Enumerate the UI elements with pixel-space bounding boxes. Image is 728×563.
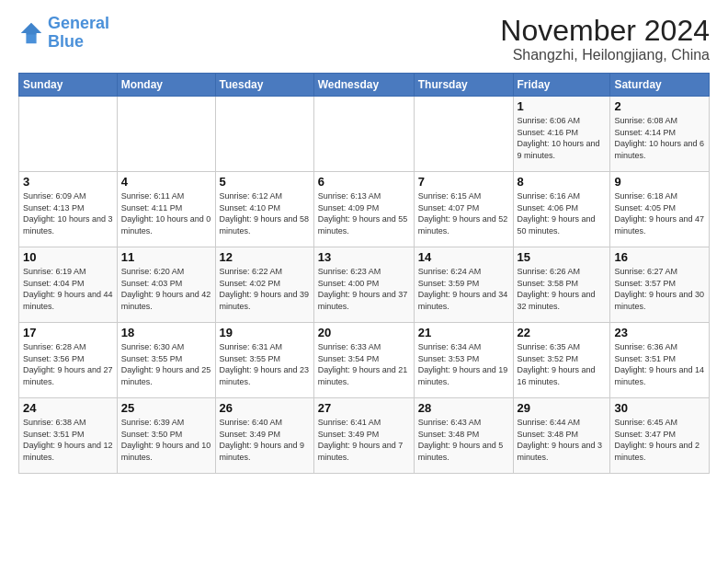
day-info: Sunrise: 6:45 AM Sunset: 3:47 PM Dayligh… — [614, 417, 705, 463]
calendar-cell-w1-d7: 2Sunrise: 6:08 AM Sunset: 4:14 PM Daylig… — [610, 97, 710, 172]
day-info: Sunrise: 6:15 AM Sunset: 4:07 PM Dayligh… — [418, 190, 509, 236]
location-title: Shangzhi, Heilongjiang, China — [500, 47, 710, 63]
day-info: Sunrise: 6:09 AM Sunset: 4:13 PM Dayligh… — [23, 190, 113, 236]
day-info: Sunrise: 6:08 AM Sunset: 4:14 PM Dayligh… — [614, 115, 705, 161]
calendar-cell-w4-d3: 19Sunrise: 6:31 AM Sunset: 3:55 PM Dayli… — [215, 323, 313, 398]
calendar-week-4: 17Sunrise: 6:28 AM Sunset: 3:56 PM Dayli… — [19, 323, 710, 398]
calendar-cell-w5-d1: 24Sunrise: 6:38 AM Sunset: 3:51 PM Dayli… — [19, 398, 118, 474]
day-number: 30 — [614, 401, 705, 415]
day-info: Sunrise: 6:43 AM Sunset: 3:48 PM Dayligh… — [418, 417, 509, 463]
calendar-cell-w5-d7: 30Sunrise: 6:45 AM Sunset: 3:47 PM Dayli… — [610, 398, 710, 474]
calendar-cell-w2-d4: 6Sunrise: 6:13 AM Sunset: 4:09 PM Daylig… — [313, 172, 414, 247]
day-info: Sunrise: 6:24 AM Sunset: 3:59 PM Dayligh… — [418, 266, 509, 312]
calendar-cell-w1-d6: 1Sunrise: 6:06 AM Sunset: 4:16 PM Daylig… — [513, 97, 610, 172]
logo-icon — [18, 20, 44, 46]
col-saturday: Saturday — [610, 74, 710, 97]
calendar-week-1: 1Sunrise: 6:06 AM Sunset: 4:16 PM Daylig… — [19, 97, 710, 172]
calendar-cell-w4-d4: 20Sunrise: 6:33 AM Sunset: 3:54 PM Dayli… — [313, 323, 414, 398]
day-info: Sunrise: 6:11 AM Sunset: 4:11 PM Dayligh… — [121, 190, 211, 236]
day-info: Sunrise: 6:06 AM Sunset: 4:16 PM Dayligh… — [518, 115, 607, 161]
calendar-cell-w3-d1: 10Sunrise: 6:19 AM Sunset: 4:04 PM Dayli… — [19, 247, 118, 323]
day-number: 10 — [23, 250, 113, 264]
col-tuesday: Tuesday — [215, 74, 313, 97]
calendar-cell-w1-d1 — [19, 97, 118, 172]
calendar-cell-w1-d4 — [313, 97, 414, 172]
day-number: 21 — [418, 326, 509, 339]
calendar-cell-w3-d7: 16Sunrise: 6:27 AM Sunset: 3:57 PM Dayli… — [610, 247, 710, 323]
day-number: 23 — [614, 326, 705, 339]
day-number: 24 — [23, 401, 113, 415]
day-number: 14 — [418, 250, 509, 264]
calendar-week-2: 3Sunrise: 6:09 AM Sunset: 4:13 PM Daylig… — [19, 172, 710, 247]
month-title: November 2024 — [500, 15, 710, 47]
day-number: 12 — [220, 250, 310, 264]
day-info: Sunrise: 6:26 AM Sunset: 3:58 PM Dayligh… — [518, 266, 607, 312]
day-info: Sunrise: 6:18 AM Sunset: 4:05 PM Dayligh… — [614, 190, 705, 236]
day-number: 28 — [418, 401, 509, 415]
calendar-cell-w2-d6: 8Sunrise: 6:16 AM Sunset: 4:06 PM Daylig… — [513, 172, 610, 247]
day-info: Sunrise: 6:33 AM Sunset: 3:54 PM Dayligh… — [318, 341, 410, 387]
day-number: 11 — [121, 250, 211, 264]
day-info: Sunrise: 6:44 AM Sunset: 3:48 PM Dayligh… — [518, 417, 607, 463]
calendar-cell-w1-d3 — [215, 97, 313, 172]
day-info: Sunrise: 6:19 AM Sunset: 4:04 PM Dayligh… — [23, 266, 113, 312]
title-block: November 2024 Shangzhi, Heilongjiang, Ch… — [500, 15, 710, 63]
logo-text: General Blue — [48, 15, 109, 52]
calendar-cell-w3-d2: 11Sunrise: 6:20 AM Sunset: 4:03 PM Dayli… — [117, 247, 215, 323]
day-number: 26 — [220, 401, 310, 415]
page-header: General Blue November 2024 Shangzhi, Hei… — [18, 15, 710, 63]
calendar-cell-w1-d2 — [117, 97, 215, 172]
day-number: 6 — [318, 175, 410, 189]
calendar-cell-w5-d3: 26Sunrise: 6:40 AM Sunset: 3:49 PM Dayli… — [215, 398, 313, 474]
day-info: Sunrise: 6:38 AM Sunset: 3:51 PM Dayligh… — [23, 417, 113, 463]
calendar-cell-w5-d5: 28Sunrise: 6:43 AM Sunset: 3:48 PM Dayli… — [414, 398, 513, 474]
calendar-cell-w3-d5: 14Sunrise: 6:24 AM Sunset: 3:59 PM Dayli… — [414, 247, 513, 323]
col-thursday: Thursday — [414, 74, 513, 97]
calendar-cell-w3-d6: 15Sunrise: 6:26 AM Sunset: 3:58 PM Dayli… — [513, 247, 610, 323]
day-info: Sunrise: 6:30 AM Sunset: 3:55 PM Dayligh… — [121, 341, 211, 387]
calendar-cell-w5-d4: 27Sunrise: 6:41 AM Sunset: 3:49 PM Dayli… — [313, 398, 414, 474]
day-number: 17 — [23, 326, 113, 339]
day-info: Sunrise: 6:34 AM Sunset: 3:53 PM Dayligh… — [418, 341, 509, 387]
day-info: Sunrise: 6:16 AM Sunset: 4:06 PM Dayligh… — [518, 190, 607, 236]
day-number: 25 — [121, 401, 211, 415]
day-number: 4 — [121, 175, 211, 189]
calendar-cell-w5-d6: 29Sunrise: 6:44 AM Sunset: 3:48 PM Dayli… — [513, 398, 610, 474]
calendar-cell-w4-d6: 22Sunrise: 6:35 AM Sunset: 3:52 PM Dayli… — [513, 323, 610, 398]
day-info: Sunrise: 6:22 AM Sunset: 4:02 PM Dayligh… — [220, 266, 310, 312]
day-number: 3 — [23, 175, 113, 189]
day-info: Sunrise: 6:23 AM Sunset: 4:00 PM Dayligh… — [318, 266, 410, 312]
calendar-week-5: 24Sunrise: 6:38 AM Sunset: 3:51 PM Dayli… — [19, 398, 710, 474]
day-info: Sunrise: 6:39 AM Sunset: 3:50 PM Dayligh… — [121, 417, 211, 463]
day-number: 19 — [220, 326, 310, 339]
day-number: 7 — [418, 175, 509, 189]
day-number: 8 — [518, 175, 607, 189]
calendar-cell-w2-d1: 3Sunrise: 6:09 AM Sunset: 4:13 PM Daylig… — [19, 172, 118, 247]
day-number: 16 — [614, 250, 705, 264]
calendar-cell-w2-d5: 7Sunrise: 6:15 AM Sunset: 4:07 PM Daylig… — [414, 172, 513, 247]
calendar-cell-w4-d5: 21Sunrise: 6:34 AM Sunset: 3:53 PM Dayli… — [414, 323, 513, 398]
calendar-cell-w5-d2: 25Sunrise: 6:39 AM Sunset: 3:50 PM Dayli… — [117, 398, 215, 474]
day-number: 2 — [614, 99, 705, 113]
col-monday: Monday — [117, 74, 215, 97]
calendar-cell-w2-d3: 5Sunrise: 6:12 AM Sunset: 4:10 PM Daylig… — [215, 172, 313, 247]
day-number: 9 — [614, 175, 705, 189]
col-sunday: Sunday — [19, 74, 118, 97]
day-info: Sunrise: 6:12 AM Sunset: 4:10 PM Dayligh… — [220, 190, 310, 236]
calendar-cell-w4-d1: 17Sunrise: 6:28 AM Sunset: 3:56 PM Dayli… — [19, 323, 118, 398]
day-info: Sunrise: 6:40 AM Sunset: 3:49 PM Dayligh… — [220, 417, 310, 463]
day-info: Sunrise: 6:35 AM Sunset: 3:52 PM Dayligh… — [518, 341, 607, 387]
svg-marker-1 — [21, 23, 41, 35]
day-info: Sunrise: 6:28 AM Sunset: 3:56 PM Dayligh… — [23, 341, 113, 387]
day-number: 20 — [318, 326, 410, 339]
calendar-week-3: 10Sunrise: 6:19 AM Sunset: 4:04 PM Dayli… — [19, 247, 710, 323]
calendar-header-row: Sunday Monday Tuesday Wednesday Thursday… — [19, 74, 710, 97]
day-info: Sunrise: 6:31 AM Sunset: 3:55 PM Dayligh… — [220, 341, 310, 387]
day-number: 27 — [318, 401, 410, 415]
day-number: 1 — [518, 99, 607, 113]
day-info: Sunrise: 6:13 AM Sunset: 4:09 PM Dayligh… — [318, 190, 410, 236]
day-number: 13 — [318, 250, 410, 264]
calendar-cell-w3-d3: 12Sunrise: 6:22 AM Sunset: 4:02 PM Dayli… — [215, 247, 313, 323]
col-friday: Friday — [513, 74, 610, 97]
day-info: Sunrise: 6:41 AM Sunset: 3:49 PM Dayligh… — [318, 417, 410, 463]
